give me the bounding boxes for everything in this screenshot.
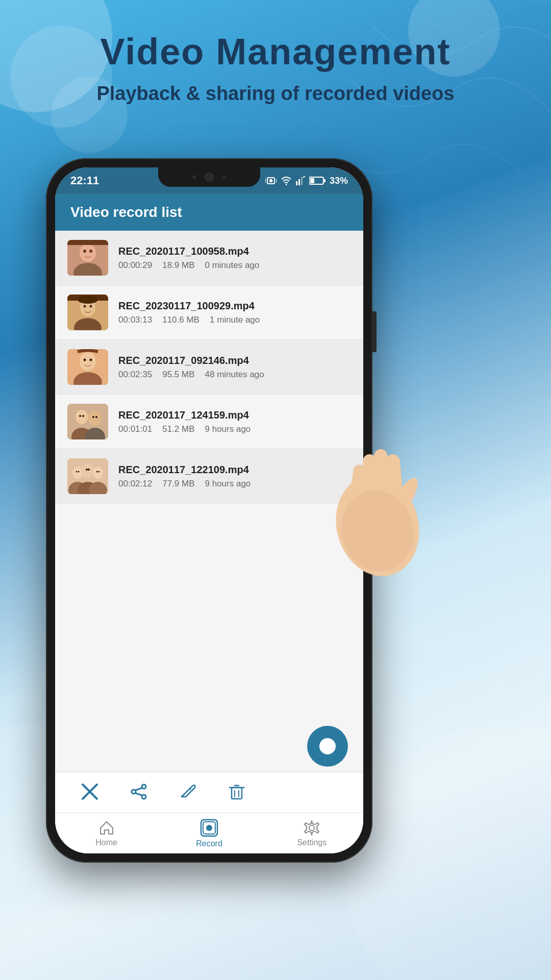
svg-point-51 <box>98 471 100 473</box>
edit-button[interactable] <box>179 782 197 803</box>
video-size-3: 95.5 MB <box>162 370 194 380</box>
video-item-3[interactable]: REC_2020117_092146.mp4 00:02:35 95.5 MB … <box>55 340 363 395</box>
video-size-4: 51.2 MB <box>162 424 194 434</box>
video-filename-1: REC_2020117_100958.mp4 <box>118 246 351 257</box>
video-info-5: REC_2020117_122109.mp4 00:02:12 77.9 MB … <box>118 464 351 489</box>
svg-point-4 <box>285 184 287 186</box>
video-size-5: 77.9 MB <box>162 479 194 489</box>
svg-point-22 <box>90 305 92 308</box>
video-meta-4: 00:01:01 51.2 MB 9 hours ago <box>118 424 351 434</box>
nav-label-settings: Settings <box>297 838 327 847</box>
record-nav-icon <box>200 819 218 837</box>
svg-point-26 <box>80 352 96 371</box>
close-button[interactable] <box>81 782 99 803</box>
hand-gesture <box>321 413 454 577</box>
video-meta-3: 00:02:35 95.5 MB 48 minutes ago <box>118 370 351 380</box>
svg-rect-5 <box>296 181 297 185</box>
video-time-2: 1 minute ago <box>210 315 260 325</box>
svg-point-28 <box>84 359 86 361</box>
phone-notch <box>158 167 260 187</box>
svg-point-46 <box>76 471 78 473</box>
svg-rect-11 <box>324 179 325 182</box>
video-meta-1: 00:00:29 18.9 MB 0 minutes ago <box>118 260 351 271</box>
notch-sensor-2 <box>222 175 226 179</box>
phone-mockup: 22:11 <box>46 158 372 868</box>
video-time-4: 9 hours ago <box>205 424 251 434</box>
wifi-icon <box>281 176 292 185</box>
svg-point-44 <box>93 467 103 479</box>
video-info-4: REC_2020117_124159.mp4 00:01:01 51.2 MB … <box>118 409 351 434</box>
nav-item-settings[interactable]: Settings <box>261 820 363 847</box>
video-item-4[interactable]: REC_2020117_124159.mp4 00:01:01 51.2 MB … <box>55 395 363 449</box>
svg-point-37 <box>92 416 94 418</box>
svg-point-36 <box>82 415 84 417</box>
delete-button[interactable] <box>228 782 246 803</box>
video-duration-4: 00:01:01 <box>118 424 152 434</box>
svg-point-24 <box>78 296 98 304</box>
svg-rect-60 <box>232 788 242 799</box>
bottom-navigation: Home Record Setti <box>55 813 363 853</box>
svg-rect-6 <box>298 179 300 185</box>
svg-line-57 <box>136 788 142 790</box>
bottom-toolbar <box>55 772 363 813</box>
video-thumbnail-4 <box>67 404 108 439</box>
video-info-3: REC_2020117_092146.mp4 00:02:35 95.5 MB … <box>118 355 351 380</box>
svg-point-29 <box>90 359 92 361</box>
close-icon <box>81 782 99 801</box>
svg-point-66 <box>206 825 212 831</box>
main-title: Video Management <box>31 31 520 72</box>
video-item-2[interactable]: REC_20230117_100929.mp4 00:03:13 110.6 M… <box>55 285 363 340</box>
vibrate-icon <box>265 176 277 186</box>
battery-percentage: 33% <box>330 176 348 186</box>
video-meta-5: 00:02:12 77.9 MB 9 hours ago <box>118 479 351 489</box>
video-thumbnail-5 <box>67 458 108 494</box>
svg-rect-17 <box>67 240 108 245</box>
svg-point-48 <box>86 469 88 471</box>
svg-line-58 <box>136 793 142 795</box>
video-item-5[interactable]: REC_2020117_122109.mp4 00:02:12 77.9 MB … <box>55 449 363 504</box>
app-header-title: Video record list <box>70 204 182 220</box>
svg-point-15 <box>83 250 86 253</box>
svg-point-16 <box>89 250 92 253</box>
video-item-1[interactable]: REC_2020117_100958.mp4 00:00:29 18.9 MB … <box>55 231 363 285</box>
record-fab-button[interactable] <box>307 726 348 767</box>
video-duration-1: 00:00:29 <box>118 260 152 271</box>
video-size-2: 110.6 MB <box>162 315 199 325</box>
video-filename-3: REC_2020117_092146.mp4 <box>118 355 351 366</box>
video-duration-5: 00:02:12 <box>118 479 152 489</box>
video-time-5: 9 hours ago <box>205 479 251 489</box>
edit-icon <box>179 782 197 801</box>
delete-icon <box>228 782 246 801</box>
nav-item-record[interactable]: Record <box>158 819 260 848</box>
home-icon <box>98 820 115 836</box>
nav-item-home[interactable]: Home <box>55 820 158 847</box>
video-duration-2: 00:03:13 <box>118 315 152 325</box>
svg-point-56 <box>142 795 146 799</box>
svg-point-47 <box>78 471 80 473</box>
svg-point-50 <box>96 471 98 473</box>
share-button[interactable] <box>130 782 148 803</box>
video-time-1: 0 minutes ago <box>205 260 260 271</box>
svg-point-49 <box>88 469 90 471</box>
signal-icon <box>296 176 305 185</box>
notch-camera <box>205 173 214 182</box>
video-duration-3: 00:02:35 <box>118 370 152 380</box>
video-meta-2: 00:03:13 110.6 MB 1 minute ago <box>118 315 351 325</box>
status-time: 22:11 <box>70 174 99 187</box>
phone-side-button <box>371 311 377 352</box>
svg-point-55 <box>142 785 146 789</box>
video-thumbnail-3 <box>67 349 108 385</box>
video-info-1: REC_2020117_100958.mp4 00:00:29 18.9 MB … <box>118 246 351 271</box>
nav-label-record: Record <box>196 839 222 848</box>
video-info-2: REC_20230117_100929.mp4 00:03:13 110.6 M… <box>118 300 351 325</box>
svg-rect-1 <box>269 179 272 182</box>
video-filename-5: REC_2020117_122109.mp4 <box>118 464 351 476</box>
video-filename-2: REC_20230117_100929.mp4 <box>118 300 351 312</box>
svg-point-21 <box>84 305 86 308</box>
video-list[interactable]: REC_2020117_100958.mp4 00:00:29 18.9 MB … <box>55 231 363 772</box>
record-dot-icon <box>319 738 336 754</box>
svg-rect-7 <box>301 177 303 185</box>
svg-point-38 <box>95 416 97 418</box>
video-thumbnail-1 <box>67 240 108 276</box>
svg-point-13 <box>80 243 96 262</box>
